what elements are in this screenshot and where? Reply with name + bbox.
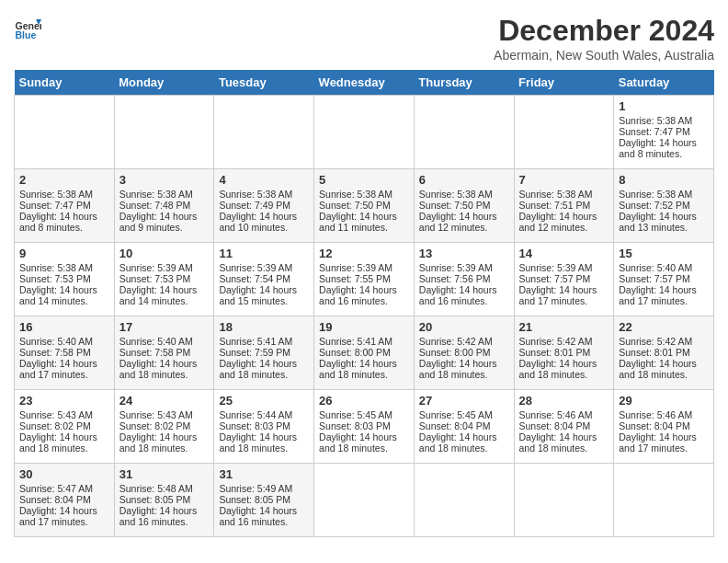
daylight-text: Daylight: 14 hours and 17 minutes.	[619, 284, 697, 306]
sunset-text: Sunset: 7:50 PM	[419, 200, 491, 211]
col-thursday: Thursday	[414, 70, 514, 96]
col-sunday: Sunday	[15, 70, 115, 96]
col-tuesday: Tuesday	[214, 70, 314, 96]
table-row: 25Sunrise: 5:44 AMSunset: 8:03 PMDayligh…	[214, 390, 314, 464]
day-number: 9	[19, 247, 109, 260]
sunrise-text: Sunrise: 5:47 AM	[19, 483, 93, 494]
table-row: 19Sunrise: 5:41 AMSunset: 8:00 PMDayligh…	[314, 316, 415, 390]
calendar-week-4: 16Sunrise: 5:40 AMSunset: 7:58 PMDayligh…	[15, 316, 714, 390]
sunset-text: Sunset: 7:57 PM	[519, 273, 591, 284]
sunset-text: Sunset: 7:51 PM	[519, 200, 591, 211]
table-row	[514, 96, 614, 169]
daylight-text: Daylight: 14 hours and 12 minutes.	[419, 211, 497, 233]
sunrise-text: Sunrise: 5:38 AM	[19, 262, 93, 273]
calendar-header-row: Sunday Monday Tuesday Wednesday Thursday…	[15, 70, 714, 96]
sunset-text: Sunset: 8:05 PM	[119, 494, 191, 505]
table-row: 22Sunrise: 5:42 AMSunset: 8:01 PMDayligh…	[614, 316, 714, 390]
sunrise-text: Sunrise: 5:38 AM	[619, 115, 692, 126]
sunrise-text: Sunrise: 5:38 AM	[219, 189, 292, 200]
sunrise-text: Sunrise: 5:40 AM	[119, 336, 193, 347]
sunset-text: Sunset: 8:02 PM	[19, 420, 91, 431]
sunset-text: Sunset: 7:53 PM	[119, 273, 191, 284]
sunrise-text: Sunrise: 5:38 AM	[519, 189, 593, 200]
sunset-text: Sunset: 7:59 PM	[219, 347, 290, 358]
day-number: 10	[119, 247, 210, 260]
daylight-text: Daylight: 14 hours and 18 minutes.	[219, 358, 297, 380]
sunset-text: Sunset: 8:03 PM	[319, 420, 391, 431]
day-number: 12	[319, 247, 409, 260]
table-row	[214, 96, 314, 169]
calendar-week-2: 2Sunrise: 5:38 AMSunset: 7:47 PMDaylight…	[15, 169, 714, 243]
sunrise-text: Sunrise: 5:41 AM	[219, 336, 292, 347]
table-row: 30Sunrise: 5:47 AMSunset: 8:04 PMDayligh…	[15, 464, 115, 537]
svg-text:Blue: Blue	[16, 29, 37, 40]
sunset-text: Sunset: 7:58 PM	[119, 347, 191, 358]
sunset-text: Sunset: 7:54 PM	[219, 273, 290, 284]
daylight-text: Daylight: 14 hours and 17 minutes.	[619, 431, 697, 454]
calendar-week-3: 9Sunrise: 5:38 AMSunset: 7:53 PMDaylight…	[15, 243, 714, 316]
day-number: 17	[119, 320, 210, 334]
daylight-text: Daylight: 14 hours and 18 minutes.	[519, 358, 597, 380]
daylight-text: Daylight: 14 hours and 14 minutes.	[19, 284, 97, 306]
sunrise-text: Sunrise: 5:45 AM	[419, 409, 493, 420]
sunrise-text: Sunrise: 5:43 AM	[19, 409, 93, 420]
sunset-text: Sunset: 7:58 PM	[19, 347, 91, 358]
table-row	[114, 96, 214, 169]
day-number: 29	[619, 394, 709, 408]
sunrise-text: Sunrise: 5:38 AM	[119, 189, 193, 200]
sunset-text: Sunset: 7:48 PM	[119, 200, 191, 211]
table-row	[614, 464, 714, 537]
daylight-text: Daylight: 14 hours and 18 minutes.	[419, 431, 497, 454]
sunrise-text: Sunrise: 5:40 AM	[619, 262, 692, 273]
table-row: 16Sunrise: 5:40 AMSunset: 7:58 PMDayligh…	[15, 316, 115, 390]
sunrise-text: Sunrise: 5:39 AM	[519, 262, 593, 273]
day-number: 15	[619, 247, 709, 260]
sunrise-text: Sunrise: 5:46 AM	[519, 409, 593, 420]
table-row: 10Sunrise: 5:39 AMSunset: 7:53 PMDayligh…	[114, 243, 214, 316]
daylight-text: Daylight: 14 hours and 18 minutes.	[319, 431, 397, 454]
table-row: 12Sunrise: 5:39 AMSunset: 7:55 PMDayligh…	[314, 243, 415, 316]
sunrise-text: Sunrise: 5:42 AM	[619, 336, 692, 347]
sunrise-text: Sunrise: 5:42 AM	[519, 336, 593, 347]
daylight-text: Daylight: 14 hours and 17 minutes.	[19, 505, 97, 527]
day-number: 11	[219, 247, 309, 260]
day-number: 3	[119, 173, 210, 187]
logo-icon: General Blue	[14, 14, 41, 41]
daylight-text: Daylight: 14 hours and 16 minutes.	[119, 505, 198, 527]
daylight-text: Daylight: 14 hours and 18 minutes.	[119, 431, 198, 454]
table-row: 2Sunrise: 5:38 AMSunset: 7:47 PMDaylight…	[15, 169, 115, 243]
calendar-week-1: 1Sunrise: 5:38 AMSunset: 7:47 PMDaylight…	[15, 96, 714, 169]
table-row: 11Sunrise: 5:39 AMSunset: 7:54 PMDayligh…	[214, 243, 314, 316]
daylight-text: Daylight: 14 hours and 15 minutes.	[219, 284, 297, 306]
day-number: 6	[419, 173, 509, 187]
logo: General Blue	[14, 14, 43, 41]
sunrise-text: Sunrise: 5:38 AM	[319, 189, 392, 200]
day-number: 20	[419, 320, 509, 334]
table-row: 8Sunrise: 5:38 AMSunset: 7:52 PMDaylight…	[614, 169, 714, 243]
calendar-week-5: 23Sunrise: 5:43 AMSunset: 8:02 PMDayligh…	[15, 390, 714, 464]
day-number: 4	[219, 173, 309, 187]
table-row: 3Sunrise: 5:38 AMSunset: 7:48 PMDaylight…	[114, 169, 214, 243]
calendar-week-6: 30Sunrise: 5:47 AMSunset: 8:04 PMDayligh…	[15, 464, 714, 537]
table-row: 20Sunrise: 5:42 AMSunset: 8:00 PMDayligh…	[414, 316, 514, 390]
sunset-text: Sunset: 7:53 PM	[19, 273, 91, 284]
table-row: 23Sunrise: 5:43 AMSunset: 8:02 PMDayligh…	[15, 390, 115, 464]
table-row: 13Sunrise: 5:39 AMSunset: 7:56 PMDayligh…	[414, 243, 514, 316]
table-row: 15Sunrise: 5:40 AMSunset: 7:57 PMDayligh…	[614, 243, 714, 316]
day-number: 2	[19, 173, 109, 187]
sunset-text: Sunset: 8:04 PM	[619, 420, 690, 431]
table-row: 21Sunrise: 5:42 AMSunset: 8:01 PMDayligh…	[514, 316, 614, 390]
sunset-text: Sunset: 7:49 PM	[219, 200, 290, 211]
daylight-text: Daylight: 14 hours and 10 minutes.	[219, 211, 297, 233]
table-row	[514, 464, 614, 537]
table-row: 31Sunrise: 5:49 AMSunset: 8:05 PMDayligh…	[214, 464, 314, 537]
page-header: General Blue December 2024 Abermain, New…	[14, 14, 714, 63]
sunset-text: Sunset: 8:03 PM	[219, 420, 290, 431]
sunset-text: Sunset: 7:56 PM	[419, 273, 491, 284]
daylight-text: Daylight: 14 hours and 18 minutes.	[219, 431, 297, 454]
sunrise-text: Sunrise: 5:49 AM	[219, 483, 292, 494]
daylight-text: Daylight: 14 hours and 12 minutes.	[519, 211, 597, 233]
sunrise-text: Sunrise: 5:38 AM	[419, 189, 493, 200]
day-number: 21	[519, 320, 609, 334]
daylight-text: Daylight: 14 hours and 18 minutes.	[419, 358, 497, 380]
